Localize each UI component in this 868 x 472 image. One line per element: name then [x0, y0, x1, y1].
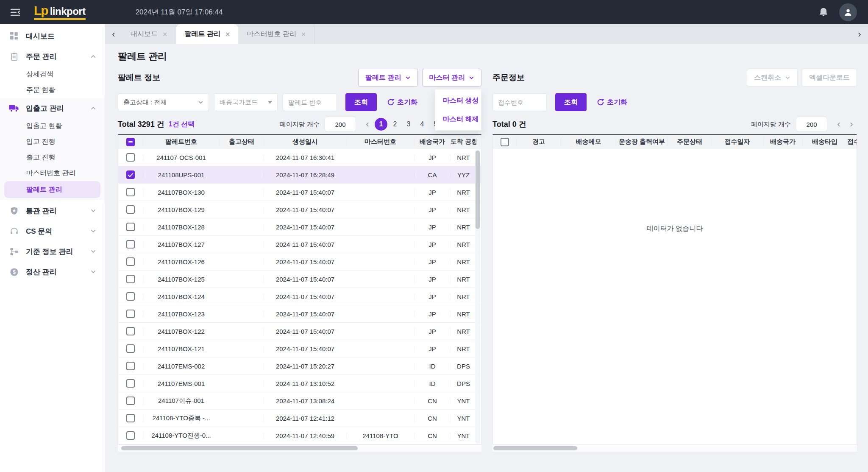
pagination-page[interactable]: 2 [389, 118, 401, 131]
svg-text:$: $ [13, 269, 16, 275]
row-checkbox[interactable] [126, 257, 135, 266]
prev-page-icon[interactable]: ‹ [833, 120, 844, 129]
horizontal-scrollbar-thumb[interactable] [493, 446, 577, 450]
row-checkbox[interactable] [126, 170, 135, 179]
sidebar-item-detail-search[interactable]: 상세검색 [0, 67, 105, 82]
table-row[interactable]: 241108UPS-0012024-11-07 16:28:49CAYYZ [118, 166, 481, 184]
sidebar-item-order-status[interactable]: 주문 현황 [0, 82, 105, 98]
sidebar-label: 입출고 관리 [26, 103, 64, 113]
table-row[interactable]: 241107BOX-1272024-11-07 15:40:07JPNRT [118, 236, 481, 253]
ship-status-select[interactable]: 출고상태 : 전체 [118, 93, 209, 111]
sidebar-item-dashboard[interactable]: 대시보드 [0, 26, 105, 46]
select-all-checkbox[interactable] [501, 138, 509, 146]
cell-pallet-no: 241108-YTO진행-0... [143, 432, 219, 440]
cell-created-at: 2024-11-07 13:10:52 [264, 380, 346, 387]
table-row[interactable]: 241107EMS-0022024-11-07 15:20:27IDDPS [118, 357, 481, 375]
select-all-checkbox[interactable] [126, 138, 135, 146]
master-manage-menu-button[interactable]: 마스터 관리 [422, 69, 481, 87]
table-row[interactable]: 241107BOX-1222024-11-07 15:40:07JPNRT [118, 323, 481, 340]
row-checkbox[interactable] [126, 292, 135, 301]
prev-page-icon[interactable]: ‹ [362, 120, 373, 129]
row-checkbox[interactable] [126, 431, 135, 440]
row-checkbox[interactable] [126, 188, 135, 196]
table-row[interactable]: 241107이슈-0012024-11-07 13:08:24CNYNT [118, 392, 481, 410]
menu-item-master-release[interactable]: 마스터 해제 [435, 110, 481, 128]
button-label: 스캔취소 [754, 73, 781, 82]
row-checkbox[interactable] [126, 397, 135, 405]
close-icon[interactable]: × [225, 31, 230, 38]
table-row[interactable]: 241108-YTO중복 -...2024-11-07 12:41:12CNYN… [118, 410, 481, 427]
sidebar-item-master-number[interactable]: 마스터번호 관리 [0, 165, 105, 181]
row-checkbox[interactable] [126, 362, 135, 370]
pallet-table: 팔레트번호출고상태생성일시마스터번호배송국가도착 공항 241107-OCS-0… [118, 134, 481, 445]
tab-pallet-management[interactable]: 팔레트 관리 × [176, 24, 239, 44]
horizontal-scrollbar-thumb[interactable] [121, 446, 358, 450]
sidebar-group-cs[interactable]: CS 문의 [0, 221, 105, 241]
user-avatar[interactable] [839, 3, 857, 21]
row-checkbox[interactable] [126, 310, 135, 318]
tab-master-number[interactable]: 마스터번호 관리 × [238, 24, 314, 44]
sidebar-collapse-icon[interactable] [9, 6, 21, 18]
reset-button[interactable]: 초기화 [597, 98, 627, 107]
row-checkbox[interactable] [126, 205, 135, 214]
tabs-scroll-right-icon[interactable]: › [851, 24, 868, 44]
reset-button[interactable]: 초기화 [387, 98, 417, 107]
pagination-page[interactable]: 3 [403, 118, 415, 131]
row-checkbox[interactable] [126, 344, 135, 353]
row-checkbox-cell [118, 153, 143, 162]
row-checkbox[interactable] [126, 379, 135, 388]
sidebar-group-settlement[interactable]: $ 정산 관리 [0, 262, 105, 282]
pagination-page[interactable]: 4 [416, 118, 428, 131]
row-checkbox[interactable] [126, 414, 135, 422]
notifications-bell-icon[interactable] [818, 7, 829, 18]
table-row[interactable]: 241108-YTO진행-0...2024-11-07 12:40:592411… [118, 427, 481, 444]
sidebar-group-order[interactable]: 주문 관리 [0, 46, 105, 67]
menu-item-master-create[interactable]: 마스터 생성 [435, 91, 481, 110]
table-row[interactable]: 241107BOX-1262024-11-07 15:40:07JPNRT [118, 253, 481, 271]
table-row[interactable]: 241107BOX-1242024-11-07 15:40:07JPNRT [118, 288, 481, 305]
row-checkbox[interactable] [126, 240, 135, 249]
row-checkbox[interactable] [126, 275, 135, 283]
sidebar-group-master-info[interactable]: 기준 정보 관리 [0, 241, 105, 262]
header-checkbox-cell [118, 138, 143, 146]
table-row[interactable]: 241107BOX-1232024-11-07 15:40:07JPNRT [118, 305, 481, 323]
pallet-number-input[interactable] [283, 93, 337, 111]
table-row[interactable]: 241107BOX-1292024-11-07 15:40:07JPNRT [118, 201, 481, 218]
table-row[interactable]: 241107BOX-1302024-11-07 15:40:07JPNRT [118, 184, 481, 201]
table-row[interactable]: 241107EMS-0012024-11-07 13:10:52IDDPS [118, 375, 481, 392]
per-page-input[interactable] [325, 117, 356, 132]
tabs-scroll-left-icon[interactable]: ‹ [105, 24, 122, 44]
sidebar-group-customs[interactable]: 통관 관리 [0, 201, 105, 221]
next-page-icon[interactable]: › [846, 120, 857, 129]
row-checkbox[interactable] [126, 153, 135, 162]
sidebar-item-pallet-management[interactable]: 팔레트 관리 [4, 181, 100, 198]
scan-cancel-button[interactable]: 스캔취소 [747, 69, 798, 87]
row-checkbox[interactable] [126, 223, 135, 231]
search-button[interactable]: 조회 [555, 93, 587, 111]
country-code-select[interactable]: 배송국가코드 [214, 93, 278, 111]
table-row[interactable]: 241107-OCS-0012024-11-07 16:30:41JPNRT [118, 149, 481, 166]
cell-airport: NRT [450, 206, 476, 213]
vertical-scrollbar-thumb[interactable] [476, 151, 480, 229]
table-row[interactable]: 241107BOX-1282024-11-07 15:40:07JPNRT [118, 218, 481, 236]
row-checkbox-cell [118, 223, 143, 231]
per-page-input[interactable] [796, 117, 827, 132]
table-row[interactable]: 241107BOX-1252024-11-07 15:40:07JPNRT [118, 271, 481, 288]
pagination-page[interactable]: 1 [375, 118, 387, 131]
sidebar-group-warehouse[interactable]: 입출고 관리 [0, 98, 105, 118]
table-row[interactable]: 241107BOX-1212024-11-07 15:40:07JPNRT [118, 340, 481, 357]
pallet-manage-menu-button[interactable]: 팔레트 관리 [358, 69, 417, 87]
excel-download-button[interactable]: 엑셀다운로드 [802, 69, 857, 87]
app-logo[interactable]: Lp linkport [34, 4, 86, 20]
receipt-number-input[interactable] [492, 93, 547, 111]
tab-dashboard[interactable]: 대시보드 × [122, 24, 176, 44]
sidebar-item-warehouse-status[interactable]: 입출고 현황 [0, 118, 105, 134]
sidebar-item-inbound[interactable]: 입고 진행 [0, 134, 105, 150]
close-icon[interactable]: × [163, 31, 167, 38]
sidebar-item-outbound[interactable]: 출고 진행 [0, 150, 105, 165]
search-button[interactable]: 조회 [345, 93, 377, 111]
row-checkbox[interactable] [126, 327, 135, 335]
order-table-header: 경고배송메모운송장 출력여부주문상태접수일자배송국가배송타입접수번호 [493, 135, 857, 149]
close-icon[interactable]: × [301, 31, 306, 38]
cell-country: ID [414, 363, 450, 370]
